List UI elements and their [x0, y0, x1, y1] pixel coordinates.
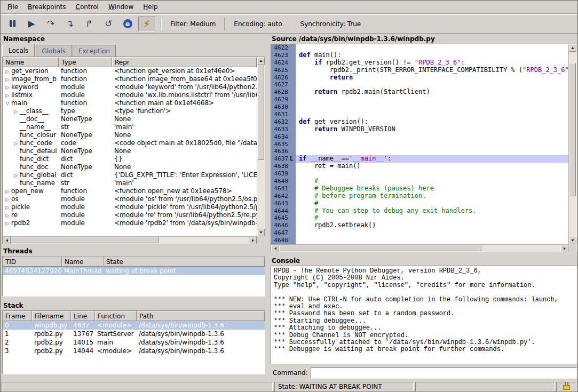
source-line[interactable]: 4631 [271, 111, 568, 118]
namespace-row[interactable]: ▷picklemodule<module 'pickle' from '/usr… [3, 203, 257, 211]
scrollbar-track[interactable] [569, 52, 576, 237]
namespace-row[interactable]: ▷func_codecode<code object main at 0x180… [3, 139, 257, 147]
scrollbar-track[interactable] [279, 245, 560, 252]
tree-expander-icon[interactable]: ▷ [4, 188, 11, 195]
step-over-button[interactable]: ↷ [42, 17, 59, 31]
namespace-row[interactable]: func_namestr'main' [3, 179, 257, 187]
tree-expander-icon[interactable]: ▷ [4, 68, 11, 75]
source-line[interactable]: 4638 ret = main() [271, 163, 568, 170]
tree-expander-icon[interactable]: ▷ [12, 172, 20, 179]
namespace-row[interactable]: func_closurNoneTypeNone [3, 131, 257, 139]
column-header-repr[interactable]: Repr [112, 57, 257, 67]
column-header-path[interactable]: Path [137, 311, 265, 321]
thread-row[interactable]: 46974534127920MainThreadwaiting at break… [3, 267, 265, 275]
break-button[interactable] [4, 17, 21, 31]
source-line[interactable]: 4643 # [271, 200, 568, 207]
restart-button[interactable]: ↺ [100, 17, 117, 31]
source-line[interactable]: 4630 [271, 103, 568, 111]
namespace-row[interactable]: ▷get_versionfunction<function get_versio… [3, 67, 257, 75]
column-header-name[interactable]: Name [62, 257, 104, 267]
namespace-row[interactable]: ▷keywordmodule<module 'keyword' from '/u… [3, 83, 257, 91]
encoding-toggle-button[interactable]: e [119, 17, 136, 31]
tree-expander-icon[interactable]: ▷ [4, 84, 11, 91]
go-button[interactable]: ▶ [23, 17, 40, 31]
scroll-right-button[interactable] [560, 245, 568, 252]
step-out-button[interactable]: ↱ [81, 17, 98, 31]
source-line[interactable]: 4628 return rpdb2.main(StartClient) [271, 89, 568, 96]
line-number-gutter[interactable]: 4640 [271, 178, 296, 185]
line-number-gutter[interactable]: 4630 [271, 103, 296, 111]
namespace-row[interactable]: __name__str'main' [3, 123, 257, 131]
synchronicity-toggle-button[interactable]: ⚡ [138, 17, 155, 31]
line-number-gutter[interactable]: 4632 [271, 118, 296, 126]
scrollbar-thumb[interactable] [569, 63, 576, 196]
source-vscrollbar[interactable] [568, 44, 576, 244]
source-line[interactable]: 4626 return [271, 74, 568, 82]
namespace-row[interactable]: func_defaulNoneTypeNone [3, 147, 257, 155]
tab-globals[interactable]: Globals [36, 45, 72, 57]
source-line[interactable]: 4639 [271, 170, 568, 178]
namespace-row[interactable]: ▽mainfunction<function main at 0x1ef4668… [3, 99, 257, 107]
scroll-left-button[interactable] [3, 237, 11, 244]
column-header-tid[interactable]: TID [3, 257, 62, 267]
menu-breakpoints[interactable]: Breakpoints [23, 1, 70, 13]
line-number-gutter[interactable]: 4638 [271, 163, 296, 170]
source-line[interactable]: 4647 [271, 229, 568, 237]
command-input[interactable] [311, 367, 577, 379]
source-line[interactable]: 4644 # You can step to debug any exit ha… [271, 207, 568, 215]
menu-help[interactable]: Help [138, 1, 162, 13]
tree-expander-icon[interactable]: ▷ [4, 212, 11, 219]
menu-window[interactable]: Window [104, 1, 138, 13]
column-header-type[interactable]: Type [59, 57, 112, 67]
line-number-gutter[interactable]: 4636 [271, 148, 296, 155]
source-line[interactable]: 4640 # [271, 178, 568, 185]
stack-frame-row[interactable]: 2rpdb2.py14015main/data/sys/bin/winpdb-1… [3, 338, 265, 347]
column-header-line[interactable]: Line [71, 311, 95, 321]
source-line[interactable]: 4637Lif __name__=='__main__': [271, 155, 568, 163]
namespace-row[interactable]: ▷listmixmodule<module 'wx.lib.mixins.lis… [3, 91, 257, 99]
line-number-gutter[interactable]: 4627 [271, 81, 296, 89]
line-number-gutter[interactable]: 4643 [271, 200, 296, 207]
line-number-gutter[interactable]: 4629 [271, 96, 296, 103]
namespace-row[interactable]: ▷image_from_bfunction<function image_fro… [3, 75, 257, 83]
line-number-gutter[interactable]: 4637L [271, 155, 296, 163]
column-header-filename[interactable]: Filename [32, 311, 71, 321]
column-header-function[interactable]: Function [95, 311, 137, 321]
tree-expander-icon[interactable]: ▷ [12, 140, 20, 147]
scrollbar-thumb[interactable] [11, 237, 159, 243]
namespace-row[interactable]: __doc__NoneTypeNone [3, 115, 257, 123]
scrollbar-track[interactable] [257, 65, 265, 229]
tree-expander-icon[interactable]: ▷ [4, 76, 11, 83]
step-into-button[interactable]: ↴ [61, 17, 78, 31]
scroll-right-button[interactable] [249, 237, 257, 244]
line-number-gutter[interactable]: 4635 [271, 141, 296, 148]
line-number-gutter[interactable]: 4647 [271, 229, 296, 237]
line-number-gutter[interactable]: 4648 [271, 237, 296, 244]
tree-expander-icon[interactable]: ▷ [4, 204, 11, 211]
column-header-frame[interactable]: Frame [3, 311, 32, 321]
source-line[interactable]: 4635 [271, 141, 568, 148]
namespace-row[interactable]: ▷func_globaldict{'DLG_EXPR_TITLE': 'Ente… [3, 171, 257, 179]
line-number-gutter[interactable]: 4625 [271, 67, 296, 74]
line-number-gutter[interactable]: 4646 [271, 222, 296, 229]
line-number-gutter[interactable]: 4641 [271, 185, 296, 193]
tree-expander-icon[interactable]: ▽ [4, 100, 11, 107]
namespace-row[interactable]: ▷open_newfunction<function open_new at 0… [3, 187, 257, 195]
tree-expander-icon[interactable]: ▷ [4, 196, 11, 203]
line-number-gutter[interactable]: 4639 [271, 170, 296, 178]
tab-exception[interactable]: Exception [73, 45, 116, 57]
scroll-up-button[interactable] [257, 57, 265, 65]
line-number-gutter[interactable]: 4645 [271, 214, 296, 222]
namespace-hscrollbar[interactable] [3, 236, 257, 244]
scroll-down-button[interactable] [257, 229, 265, 236]
tab-locals[interactable]: Locals [2, 44, 35, 57]
source-line[interactable]: 4624 if rpdb2.get_version() != "RPDB_2_3… [271, 59, 568, 67]
tree-expander-icon[interactable]: ▷ [12, 108, 20, 115]
stack-frame-row[interactable]: 1rpdb2.py13767StartServer/data/sys/bin/w… [3, 330, 265, 338]
source-line[interactable]: 4623def main(): [271, 52, 568, 59]
tree-expander-icon[interactable]: ▷ [4, 92, 11, 99]
source-line[interactable]: 4633 return WINPDB_VERSION [271, 126, 568, 133]
source-line[interactable]: 4629 [271, 96, 568, 103]
source-line[interactable]: 4625 rpdb2._print(STR_ERROR_INTERFACE_CO… [271, 67, 568, 74]
source-line[interactable]: 4641 # Debuggee breaks (pauses) here [271, 185, 568, 193]
